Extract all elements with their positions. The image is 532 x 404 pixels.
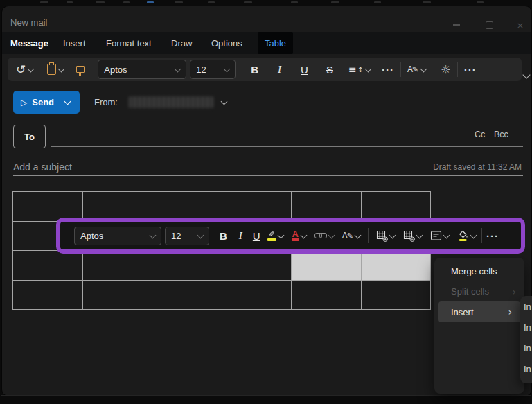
- background-page-strip: [147, 1, 154, 3]
- font-size-select[interactable]: 12: [165, 227, 209, 245]
- chevron-down-icon[interactable]: [277, 231, 284, 238]
- bold-button[interactable]: B: [251, 64, 258, 76]
- paste-icon[interactable]: [47, 64, 56, 75]
- chevron-down-icon[interactable]: [443, 231, 450, 238]
- text-highlight-icon[interactable]: ✎: [267, 231, 276, 241]
- table-cell[interactable]: [152, 281, 222, 310]
- styles-pen-icon[interactable]: A✎: [342, 231, 353, 240]
- background-page-strip: [477, 1, 484, 3]
- from-chevron-icon[interactable]: [221, 98, 228, 105]
- send-button[interactable]: ▷ Send: [13, 91, 80, 114]
- background-page-strip: [244, 1, 252, 3]
- cell-alignment-icon[interactable]: [430, 230, 442, 241]
- font-name-select[interactable]: Aptos: [98, 60, 186, 79]
- table-cell[interactable]: [13, 281, 83, 310]
- table-cell[interactable]: [13, 251, 83, 281]
- chevron-down-icon[interactable]: [365, 65, 372, 72]
- collapse-ribbon-chevron-icon[interactable]: [522, 71, 530, 78]
- menu-item-merge-cells[interactable]: Merge cells: [434, 261, 524, 281]
- draft-saved-status: Draft saved at 11:32 AM: [433, 162, 522, 172]
- background-page-strip: [96, 1, 105, 3]
- subject-placeholder[interactable]: Add a subject: [13, 161, 72, 173]
- chevron-down-icon[interactable]: [28, 65, 35, 72]
- menu-item-insert[interactable]: Insert›: [438, 301, 520, 322]
- italic-button[interactable]: I: [239, 230, 242, 242]
- font-size-select[interactable]: 12: [190, 60, 236, 79]
- maximize-button[interactable]: [482, 19, 496, 31]
- divider: [481, 228, 482, 243]
- close-icon: ×: [517, 20, 524, 30]
- table-cell[interactable]: [292, 251, 362, 281]
- chevron-down-icon[interactable]: [58, 65, 65, 72]
- send-options-chevron-icon[interactable]: [64, 98, 71, 105]
- underline-button[interactable]: U: [301, 64, 308, 76]
- bold-button[interactable]: B: [220, 230, 227, 242]
- underline-button[interactable]: U: [253, 230, 260, 242]
- window-title: New mail: [10, 17, 47, 28]
- italic-button[interactable]: I: [278, 64, 281, 76]
- tab-table[interactable]: Table: [258, 32, 293, 54]
- chevron-down-icon[interactable]: [420, 65, 427, 72]
- chevron-down-icon: [224, 65, 231, 72]
- table-cell[interactable]: [152, 251, 222, 281]
- background-page-strip: [423, 1, 431, 3]
- insert-rows-columns-icon[interactable]: [376, 230, 388, 242]
- minimize-button[interactable]: [450, 19, 463, 31]
- editor-sun-icon[interactable]: ☼: [441, 63, 450, 76]
- background-page-strip: [123, 1, 130, 3]
- chevron-down-icon[interactable]: [354, 231, 361, 238]
- chevron-down-icon[interactable]: [328, 231, 335, 238]
- screenshot-stage: New mail × Message Insert Format text Dr…: [0, 0, 532, 404]
- from-label: From:: [94, 97, 118, 107]
- strikethrough-button[interactable]: S: [326, 64, 333, 76]
- insert-submenu-clipped: In In In In: [520, 296, 532, 383]
- submenu-item[interactable]: In: [520, 317, 532, 337]
- chevron-down-icon[interactable]: [470, 231, 477, 238]
- tab-format-text[interactable]: Format text: [106, 32, 152, 54]
- styles-pen-icon[interactable]: A✎: [407, 64, 418, 74]
- undo-icon[interactable]: ↺: [16, 62, 26, 76]
- ribbon-overflow-icon[interactable]: ···: [464, 64, 477, 76]
- submenu-arrow-icon: ›: [512, 286, 516, 297]
- submenu-item[interactable]: In: [520, 337, 532, 358]
- font-name-select[interactable]: Aptos: [74, 227, 161, 245]
- chevron-down-icon[interactable]: [300, 231, 307, 238]
- close-button[interactable]: ×: [513, 19, 527, 31]
- chevron-down-icon: [197, 231, 204, 238]
- cc-button[interactable]: Cc: [475, 130, 485, 139]
- table-cell[interactable]: [362, 281, 432, 310]
- table-cell[interactable]: [222, 281, 292, 310]
- chevron-down-icon[interactable]: [416, 231, 423, 238]
- from-address-redacted: [129, 96, 213, 108]
- submenu-arrow-icon: ›: [508, 306, 512, 317]
- line-spacing-icon[interactable]: ≡↕: [348, 64, 363, 75]
- mini-toolbar-overflow-icon[interactable]: ···: [486, 230, 499, 242]
- font-color-icon[interactable]: A: [292, 230, 299, 241]
- divider: [60, 96, 60, 109]
- tab-draw[interactable]: Draw: [171, 32, 192, 54]
- chevron-down-icon: [150, 231, 157, 238]
- delete-rows-columns-icon[interactable]: [403, 230, 415, 242]
- maximize-icon: [486, 21, 493, 29]
- divider: [400, 62, 401, 77]
- format-painter-icon[interactable]: [76, 66, 85, 73]
- tab-message[interactable]: Message: [10, 32, 48, 54]
- table-cell[interactable]: [83, 281, 153, 310]
- divider: [368, 228, 369, 243]
- submenu-item[interactable]: In: [520, 296, 532, 317]
- more-formatting-icon[interactable]: ···: [382, 64, 394, 76]
- insert-link-icon[interactable]: [314, 233, 327, 238]
- divider: [434, 62, 434, 77]
- to-button[interactable]: To: [13, 125, 46, 148]
- table-cell[interactable]: [222, 251, 292, 281]
- bcc-button[interactable]: Bcc: [494, 130, 508, 139]
- shading-bucket-icon[interactable]: [457, 230, 469, 242]
- table-cell[interactable]: [83, 251, 153, 281]
- tab-insert[interactable]: Insert: [63, 32, 86, 54]
- table-cell[interactable]: [362, 251, 432, 281]
- recipients-field-underline[interactable]: [51, 146, 523, 147]
- table-cell[interactable]: [292, 281, 362, 310]
- submenu-item[interactable]: In: [520, 358, 532, 379]
- tab-options[interactable]: Options: [211, 32, 242, 54]
- chevron-down-icon[interactable]: [389, 231, 396, 238]
